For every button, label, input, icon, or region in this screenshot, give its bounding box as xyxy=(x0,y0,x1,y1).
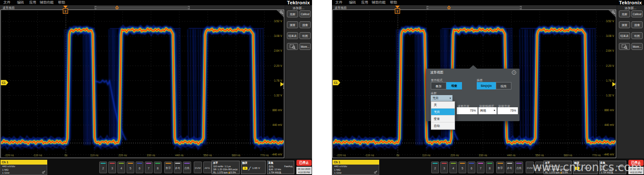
horizontal-panel[interactable]: 水平 110 ns/div 1.1 μs SR: 1.25 GS/s 800 p… xyxy=(211,161,240,174)
callout-button[interactable]: Callout xyxy=(631,10,643,17)
time: 4:10:35 PM xyxy=(297,171,311,174)
menu-help[interactable]: 帮助 xyxy=(390,0,397,5)
svg-text:770 ns: 770 ns xyxy=(592,154,601,157)
channel6-button[interactable]: 6 xyxy=(468,162,475,173)
channel1-badge[interactable]: Ch 1 440 mV/div 1 MΩ 1 GHz xyxy=(332,160,379,175)
right-toolbar: 添加新... 光标 Callout 测量 搜索 结果表 绘图 More... xyxy=(617,5,644,158)
channel1-badge[interactable]: Ch 1 440 mV/div 1 MΩ 1 GHz xyxy=(0,160,47,175)
persistence-option-variable[interactable]: 变量 xyxy=(431,116,455,122)
dvm-button[interactable]: DVM xyxy=(194,162,202,173)
channel2-button[interactable]: 2 xyxy=(431,162,439,173)
channel8-button[interactable]: 8 xyxy=(154,162,162,173)
search-button[interactable]: 搜索 xyxy=(631,21,643,28)
menu-accessibility[interactable]: 辅助功能 xyxy=(372,0,386,5)
channel8-button[interactable]: 8 xyxy=(486,162,494,173)
channel2-button[interactable]: 2 xyxy=(99,162,107,173)
channel3-button[interactable]: 3 xyxy=(440,162,448,173)
results-table-button[interactable]: 结果表 xyxy=(287,32,298,39)
bus-button[interactable]: 总线 xyxy=(183,162,191,173)
waveform-display[interactable]: -220 ns-110 ns0s110 ns220 ns330 ns440 ns… xyxy=(0,10,284,158)
menu-file[interactable]: 文件 xyxy=(3,0,10,5)
menu-bar: 文件 编辑 应用 辅助功能 帮助 Tektronix xyxy=(0,0,312,5)
menu-help[interactable]: 帮助 xyxy=(58,0,65,5)
tektronix-logo: Tektronix xyxy=(619,0,642,5)
splitter-grip[interactable] xyxy=(615,83,616,89)
channel1-scale: 440 mV/div xyxy=(334,165,379,168)
trigger-panel[interactable]: 触发 1 1.65 V xyxy=(241,161,266,174)
persistence-option-auto[interactable]: 自动 xyxy=(431,122,455,129)
linear-toggle[interactable]: 线性 xyxy=(496,82,511,89)
persistence-option-off[interactable]: 关 xyxy=(431,102,455,109)
horizontal-position-slider[interactable] xyxy=(94,6,190,10)
zoom-box-button[interactable] xyxy=(619,43,630,50)
ref-button[interactable]: 参考 xyxy=(174,162,182,173)
dialog-title: 波形视图 xyxy=(430,70,443,75)
cursors-button[interactable]: 光标 xyxy=(287,10,298,17)
cursors-button[interactable]: 光标 xyxy=(619,10,630,17)
sinx-toggle[interactable]: Sin(x)/x xyxy=(477,82,496,89)
menu-apps[interactable]: 应用 xyxy=(29,0,36,5)
graticule-combo[interactable]: 网格 xyxy=(478,107,497,114)
trigger-position-marker xyxy=(448,6,450,9)
menu-accessibility[interactable]: 辅助功能 xyxy=(40,0,54,5)
rising-slope-icon xyxy=(248,167,251,170)
more-button[interactable]: More... xyxy=(299,43,311,50)
svg-text:110 ns: 110 ns xyxy=(422,154,431,157)
channel1-scale: 440 mV/div xyxy=(2,165,47,168)
horizontal-scale: 110 ns/div 1.1 μs xyxy=(213,165,231,168)
stopped-button[interactable]: 已停止 xyxy=(296,160,312,166)
ref-button[interactable]: 参考 xyxy=(506,162,514,173)
plot-button[interactable]: 绘图 xyxy=(631,32,643,39)
right-toolbar: 添加新... 光标 Callout 测量 搜索 结果表 绘图 More... xyxy=(285,5,312,158)
bus-button[interactable]: 总线 xyxy=(515,162,523,173)
svg-text:550 ns: 550 ns xyxy=(203,154,212,157)
channel7-button[interactable]: 7 xyxy=(477,162,485,173)
scope-screenshot-left: 文件 编辑 应用 辅助功能 帮助 Tektronix 波形视图 T -220 n… xyxy=(0,0,312,175)
menu-apps[interactable]: 应用 xyxy=(361,0,368,5)
acquisition-panel[interactable]: 采集 自动,FastAcq 取样: 12 bits 1.754 M采集 xyxy=(267,161,294,174)
trigger-title: 触发 xyxy=(242,161,247,165)
measure-button[interactable]: 测量 xyxy=(287,21,298,28)
menu-edit[interactable]: 编辑 xyxy=(17,0,24,5)
digital-button[interactable]: 数字 xyxy=(496,162,504,173)
overlay-toggle[interactable]: 叠加 xyxy=(431,82,446,89)
magnifier-icon xyxy=(611,10,615,14)
persistence-option-infinite[interactable]: 无穷 xyxy=(431,109,455,116)
channel5-button[interactable]: 5 xyxy=(459,162,466,173)
zoom-box-button[interactable] xyxy=(287,43,298,50)
splitter-grip[interactable] xyxy=(283,83,284,89)
channel3-button[interactable]: 3 xyxy=(108,162,116,173)
results-table-button[interactable]: 结果表 xyxy=(619,32,630,39)
stacked-toggle[interactable]: 堆叠 xyxy=(446,82,462,89)
magnifier-icon xyxy=(280,10,283,14)
trigger-position-flag[interactable]: T xyxy=(62,6,68,14)
trigger-position-flag[interactable]: T xyxy=(394,6,400,14)
help-icon[interactable]: ? xyxy=(512,70,516,75)
horizontal-position-slider[interactable] xyxy=(426,6,522,10)
svg-text:0s: 0s xyxy=(397,154,400,157)
channel4-button[interactable]: 4 xyxy=(449,162,457,173)
digital-button[interactable]: 数字 xyxy=(164,162,172,173)
grat-intensity-field[interactable]: 75% xyxy=(498,107,518,114)
afg-button[interactable]: AFG xyxy=(203,162,211,173)
svg-text:-110 ns: -110 ns xyxy=(33,154,42,157)
measure-button[interactable]: 测量 xyxy=(619,21,630,28)
channel1-impedance: 1 MΩ xyxy=(2,168,47,172)
callout-button[interactable]: Callout xyxy=(299,10,311,17)
svg-text:660 ns: 660 ns xyxy=(232,154,241,157)
svg-text:1.32 V: 1.32 V xyxy=(606,94,614,97)
persistence-combo[interactable]: 无穷 xyxy=(431,95,452,101)
channel5-button[interactable]: 5 xyxy=(127,162,134,173)
more-button[interactable]: More... xyxy=(631,43,643,50)
svg-text:C1: C1 xyxy=(334,81,338,84)
menu-edit[interactable]: 编辑 xyxy=(349,0,356,5)
search-button[interactable]: 搜索 xyxy=(299,21,311,28)
svg-text:1.76 V: 1.76 V xyxy=(274,79,282,82)
channel6-button[interactable]: 6 xyxy=(136,162,143,173)
datetime-display: 03 Jun 2020 4:10:35 PM xyxy=(296,167,312,174)
channel7-button[interactable]: 7 xyxy=(145,162,153,173)
menu-file[interactable]: 文件 xyxy=(335,0,342,5)
wave-intensity-field[interactable]: 75% xyxy=(457,107,478,114)
plot-button[interactable]: 绘图 xyxy=(299,32,311,39)
channel4-button[interactable]: 4 xyxy=(117,162,125,173)
